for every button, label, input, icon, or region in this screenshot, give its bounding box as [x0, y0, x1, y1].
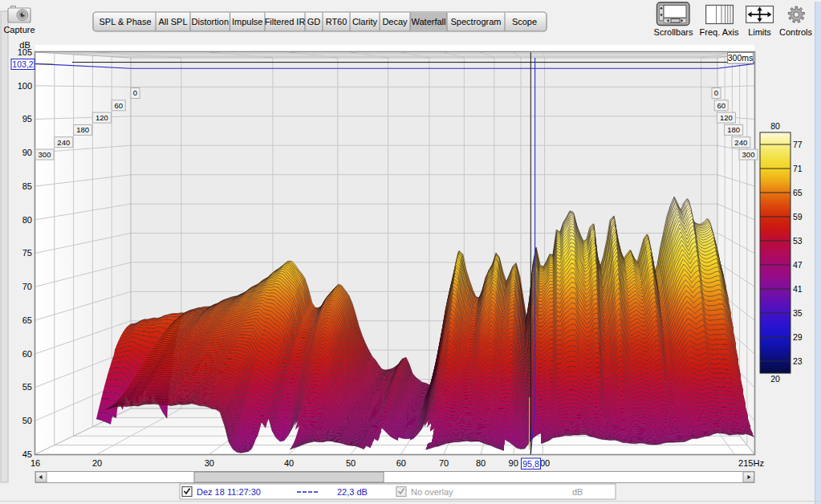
svg-text:22,3 dB: 22,3 dB [337, 487, 368, 497]
svg-text:Capture: Capture [3, 25, 35, 35]
svg-text:180: 180 [727, 125, 740, 134]
svg-text:120: 120 [720, 113, 733, 122]
svg-text:215Hz: 215Hz [738, 458, 764, 468]
svg-text:300: 300 [39, 150, 51, 159]
svg-text:120: 120 [96, 113, 108, 122]
svg-text:90: 90 [509, 458, 518, 468]
svg-text:Clarity: Clarity [352, 17, 378, 26]
svg-text:Dez 18 11:27:30: Dez 18 11:27:30 [197, 487, 261, 497]
svg-text:41: 41 [793, 284, 803, 294]
svg-text:80: 80 [22, 215, 32, 225]
svg-text:60: 60 [22, 349, 32, 359]
svg-text:85: 85 [22, 181, 32, 191]
svg-text:Decay: Decay [382, 17, 408, 26]
svg-text:90: 90 [22, 148, 32, 157]
svg-text:240: 240 [57, 138, 70, 147]
svg-text:65: 65 [22, 315, 32, 325]
svg-text:Scope: Scope [512, 17, 537, 26]
svg-text:71: 71 [793, 164, 803, 173]
svg-text:RT60: RT60 [326, 17, 348, 26]
svg-text:55: 55 [22, 382, 32, 392]
svg-text:dB: dB [572, 487, 583, 497]
svg-text:Spectrogram: Spectrogram [451, 17, 502, 26]
svg-text:Scrollbars: Scrollbars [654, 27, 693, 37]
svg-text:180: 180 [76, 125, 89, 134]
svg-text:Freq. Axis: Freq. Axis [700, 27, 739, 37]
svg-text:70: 70 [439, 458, 449, 468]
svg-text:0: 0 [133, 88, 137, 97]
svg-text:45: 45 [22, 449, 32, 459]
svg-text:65: 65 [793, 188, 803, 197]
svg-text:0: 0 [714, 88, 718, 97]
svg-text:50: 50 [22, 416, 32, 425]
svg-text:SPL & Phase: SPL & Phase [99, 17, 151, 26]
svg-text:60: 60 [717, 101, 725, 110]
svg-text:95: 95 [22, 114, 32, 124]
svg-text:80: 80 [770, 121, 780, 131]
svg-text:95,8: 95,8 [522, 459, 539, 469]
svg-text:53: 53 [793, 236, 803, 246]
svg-text:Controls: Controls [779, 27, 812, 37]
svg-text:60: 60 [114, 101, 123, 110]
svg-text:80: 80 [476, 458, 486, 468]
svg-text:59: 59 [793, 212, 803, 222]
svg-text:300: 300 [742, 150, 755, 159]
svg-text:75: 75 [22, 248, 32, 258]
svg-text:40: 40 [284, 458, 294, 468]
svg-text:60: 60 [396, 458, 406, 468]
svg-text:47: 47 [793, 260, 803, 270]
svg-text:GD: GD [307, 17, 321, 26]
svg-text:103,2: 103,2 [12, 59, 33, 69]
svg-text:70: 70 [22, 282, 32, 291]
svg-text:300ms: 300ms [728, 53, 754, 63]
svg-text:240: 240 [734, 138, 747, 147]
svg-text:All SPL: All SPL [158, 17, 187, 26]
svg-text:20: 20 [770, 374, 780, 384]
svg-text:50: 50 [346, 458, 356, 468]
svg-text:29: 29 [793, 332, 803, 342]
svg-text:100: 100 [18, 81, 32, 91]
svg-text:105: 105 [18, 47, 32, 57]
svg-text:30: 30 [205, 458, 214, 468]
svg-text:Filtered IR: Filtered IR [265, 17, 306, 26]
svg-text:23: 23 [793, 356, 803, 366]
svg-text:77: 77 [793, 140, 803, 149]
svg-text:35: 35 [793, 308, 803, 318]
svg-text:Distortion: Distortion [192, 17, 229, 26]
svg-text:Limits: Limits [748, 27, 771, 37]
svg-text:Waterfall: Waterfall [412, 17, 446, 26]
svg-text:No overlay: No overlay [411, 487, 453, 497]
svg-text:Impulse: Impulse [232, 17, 263, 26]
svg-text:20: 20 [92, 458, 102, 468]
svg-text:16: 16 [30, 458, 40, 468]
